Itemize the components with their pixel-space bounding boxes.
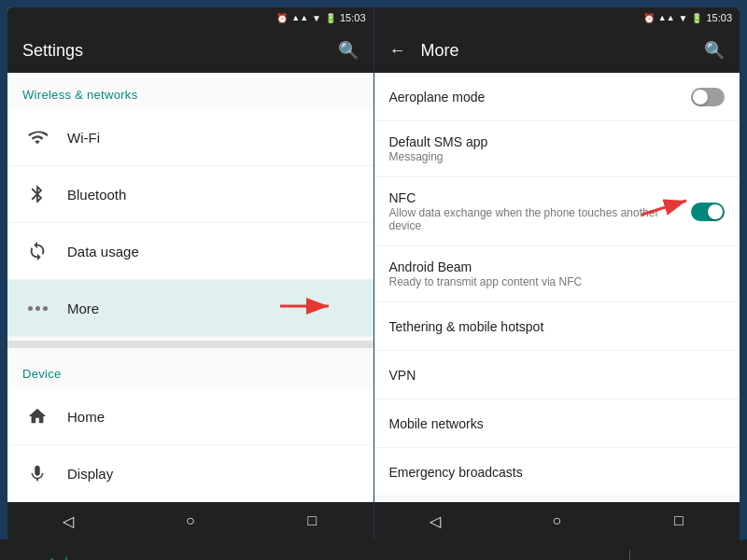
aeroplane-title: Aeroplane mode: [389, 90, 692, 105]
wifi-text: Wi-Fi: [67, 130, 359, 146]
settings-search-icon[interactable]: 🔍: [338, 40, 359, 61]
mobile-networks-text: Mobile networks: [389, 416, 726, 431]
right-battery-icon: 🔋: [691, 13, 702, 23]
right-status-bar: ⏰ ▲▲ ▼ 🔋 15:03: [374, 7, 740, 28]
more-dots-icon: [28, 306, 48, 311]
data-usage-title: Data usage: [67, 244, 359, 259]
section-divider: [7, 341, 374, 348]
emergency-item[interactable]: Emergency broadcasts: [374, 448, 740, 497]
right-home-btn[interactable]: ○: [538, 502, 575, 539]
display-title: Display: [67, 466, 359, 482]
battery-icon: 🔋: [325, 13, 336, 23]
wifi-title: Wi-Fi: [67, 130, 359, 146]
right-back-btn[interactable]: ◁: [416, 502, 454, 539]
settings-panel: ⏰ ▲▲ ▼ 🔋 15:03 Settings 🔍 Wireless & net…: [7, 7, 374, 539]
alarm-icon: ⏰: [276, 13, 288, 23]
android-beam-item[interactable]: Android Beam Ready to transmit app conte…: [374, 246, 740, 302]
right-wifi-icon: ▼: [679, 13, 688, 23]
bluetooth-text: Bluetooth: [67, 187, 359, 203]
left-time: 15:03: [340, 12, 366, 23]
wireless-section-header: Wireless & networks: [7, 73, 374, 109]
right-nav-bar: ◁ ○ □: [374, 502, 740, 539]
wifi-item[interactable]: Wi-Fi: [7, 109, 374, 166]
bluetooth-item[interactable]: Bluetooth: [7, 166, 374, 223]
default-sms-title: Default SMS app: [389, 134, 726, 149]
more-search-icon[interactable]: 🔍: [704, 40, 725, 61]
bluetooth-icon: [22, 179, 52, 209]
left-recent-btn[interactable]: □: [293, 502, 331, 539]
more-icon: [22, 293, 52, 323]
logo-divider: [629, 550, 630, 560]
tethering-item[interactable]: Tethering & mobile hotspot: [374, 302, 740, 351]
display-text: Display: [67, 466, 359, 482]
left-status-icons: ⏰ ▲▲ ▼ 🔋 15:03: [276, 12, 365, 23]
left-home-btn[interactable]: ○: [172, 502, 209, 539]
bottom-text-area: رنسو، همراه قدرتمند www.rensomobile.com: [15, 555, 614, 561]
persian-text: رنسو، همراه قدرتمند: [15, 555, 614, 561]
android-beam-title: Android Beam: [389, 259, 726, 274]
home-title: Home: [67, 409, 359, 425]
settings-title: Settings: [22, 41, 338, 61]
settings-header: Settings 🔍: [7, 28, 374, 73]
nfc-item[interactable]: NFC Allow data exchange when the phone t…: [374, 177, 740, 246]
signal-icon: ▲▲: [291, 13, 308, 22]
bottom-bar: رنسو، همراه قدرتمند www.rensomobile.com …: [0, 539, 747, 560]
aeroplane-toggle[interactable]: [691, 88, 725, 106]
red-arrow-left: [280, 292, 336, 324]
mobile-networks-item[interactable]: Mobile networks: [374, 399, 740, 448]
right-signal-icon: ▲▲: [658, 13, 675, 22]
default-sms-subtitle: Messaging: [389, 150, 726, 163]
more-list: Aeroplane mode Default SMS app Messaging…: [374, 73, 740, 502]
more-back-icon[interactable]: ←: [389, 41, 406, 61]
emergency-title: Emergency broadcasts: [389, 465, 726, 480]
android-beam-subtitle: Ready to transmit app content via NFC: [389, 275, 726, 288]
vpn-title: VPN: [389, 368, 726, 383]
data-usage-text: Data usage: [67, 244, 359, 259]
aeroplane-item[interactable]: Aeroplane mode: [374, 73, 740, 121]
tethering-text: Tethering & mobile hotspot: [389, 319, 726, 334]
mobile-networks-title: Mobile networks: [389, 416, 726, 431]
data-usage-icon: [22, 236, 52, 266]
display-item[interactable]: Display: [7, 445, 374, 502]
wifi-status-icon: ▼: [312, 13, 321, 23]
red-arrow-nfc: [641, 196, 693, 228]
right-alarm-icon: ⏰: [643, 13, 655, 23]
more-header: ← More 🔍: [374, 28, 740, 73]
left-back-btn[interactable]: ◁: [49, 502, 87, 539]
logo-text: RENSO: [645, 556, 732, 560]
aeroplane-text: Aeroplane mode: [389, 90, 692, 105]
bluetooth-title: Bluetooth: [67, 187, 359, 203]
home-item[interactable]: Home: [7, 388, 374, 445]
right-recent-btn[interactable]: □: [660, 502, 698, 539]
vpn-text: VPN: [389, 368, 726, 383]
left-nav-bar: ◁ ○ □: [7, 502, 374, 539]
settings-list: Wireless & networks Wi-Fi: [7, 73, 374, 502]
more-item[interactable]: More: [7, 280, 374, 337]
default-sms-item[interactable]: Default SMS app Messaging: [374, 121, 740, 177]
emergency-text: Emergency broadcasts: [389, 465, 726, 480]
logo-area: رنسو، همراه قدرتمند www.rensomobile.com …: [15, 550, 732, 560]
vpn-item[interactable]: VPN: [374, 351, 740, 399]
display-icon: [22, 458, 52, 488]
left-status-bar: ⏰ ▲▲ ▼ 🔋 15:03: [7, 7, 374, 28]
home-text: Home: [67, 409, 359, 425]
tethering-title: Tethering & mobile hotspot: [389, 319, 726, 334]
svg-line-3: [641, 201, 686, 215]
data-usage-item[interactable]: Data usage: [7, 223, 374, 280]
home-icon: [22, 401, 52, 431]
more-panel: ⏰ ▲▲ ▼ 🔋 15:03 ← More 🔍 Aeroplane mode: [374, 7, 740, 539]
right-status-icons: ⏰ ▲▲ ▼ 🔋 15:03: [643, 12, 732, 23]
default-sms-text: Default SMS app Messaging: [389, 134, 726, 163]
wifi-icon: [22, 122, 52, 152]
right-time: 15:03: [706, 12, 732, 23]
nfc-toggle[interactable]: [691, 203, 725, 221]
device-section-header: Device: [7, 352, 374, 388]
android-beam-text: Android Beam Ready to transmit app conte…: [389, 259, 726, 288]
more-title-text: More: [421, 41, 705, 61]
